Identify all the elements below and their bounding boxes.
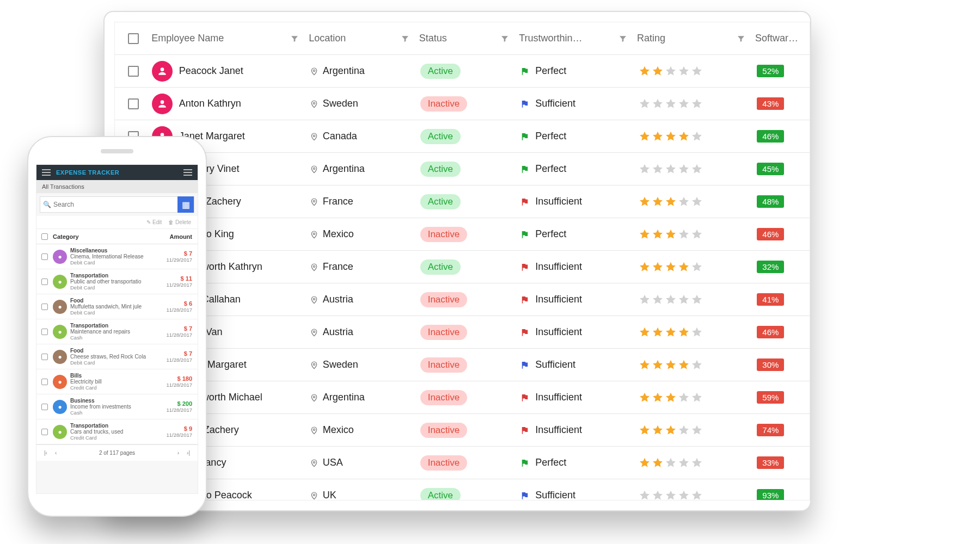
filter-icon[interactable]	[500, 34, 509, 43]
flag-icon	[520, 491, 530, 500]
date: 11/28/2017	[155, 307, 192, 313]
row-checkbox[interactable]	[128, 66, 139, 77]
row-checkbox[interactable]	[41, 304, 48, 310]
filter-icon[interactable]	[618, 34, 627, 43]
row-checkbox[interactable]	[41, 329, 48, 335]
row-checkbox[interactable]	[41, 429, 48, 435]
table-row[interactable]: Zachery VinetArgentinaActivePerfect45%	[115, 153, 810, 186]
star-icon	[652, 294, 664, 306]
select-all-checkbox[interactable]	[128, 33, 139, 44]
status-badge: Inactive	[420, 455, 468, 471]
rating-stars[interactable]	[639, 131, 757, 143]
trust-label: Sufficient	[535, 359, 575, 370]
row-checkbox[interactable]	[41, 379, 48, 385]
filter-icon[interactable]	[737, 34, 745, 43]
col-header-name[interactable]: Employee Name	[151, 33, 224, 44]
table-row[interactable]: Peacock JanetArgentinaActivePerfect52%	[115, 55, 810, 88]
row-checkbox[interactable]	[41, 404, 48, 410]
rating-stars[interactable]	[639, 196, 757, 208]
rating-stars[interactable]	[639, 424, 757, 436]
search-input[interactable]	[53, 201, 177, 208]
pager-next[interactable]: ›	[177, 450, 179, 456]
trust-label: Insufficient	[535, 424, 582, 436]
amount: $ 7	[155, 350, 192, 357]
percent-badge: 48%	[757, 195, 784, 208]
list-item[interactable]: ●FoodCheese straws, Red Rock ColaDebit C…	[36, 344, 198, 369]
date: 11/29/2017	[155, 257, 192, 263]
list-item[interactable]: ●TransportationMaintenance and repairsCa…	[36, 319, 198, 344]
row-checkbox[interactable]	[41, 254, 48, 260]
pager-prev[interactable]: ‹	[55, 450, 57, 456]
list-item[interactable]: ●FoodMuffuletta sandwich, Mint juleDebit…	[36, 294, 198, 319]
table-row[interactable]: Dodsworth MichaelArgentinaInactiveInsuff…	[115, 381, 810, 414]
list-item[interactable]: ●MiscellaneousCinema, International Rele…	[36, 244, 198, 269]
rating-stars[interactable]	[639, 228, 757, 240]
row-checkbox[interactable]	[41, 279, 48, 285]
table-row[interactable]: Fleet ZacheryMexicoInactiveInsufficient7…	[115, 414, 810, 447]
settings-icon[interactable]	[183, 169, 192, 176]
status-badge: Inactive	[420, 423, 468, 438]
pager-last[interactable]: ›|	[187, 450, 190, 456]
row-checkbox[interactable]	[41, 354, 48, 360]
delete-button[interactable]: 🗑 Delete	[168, 219, 191, 225]
pager-first[interactable]: |‹	[44, 450, 47, 456]
list-item[interactable]: ●TransportationCars and trucks, usedCred…	[36, 419, 198, 444]
filter-icon[interactable]	[401, 34, 409, 43]
phone-select-all[interactable]	[41, 233, 48, 240]
star-icon	[652, 228, 664, 240]
menu-icon[interactable]	[42, 169, 51, 176]
star-icon	[652, 359, 664, 371]
col-header-status[interactable]: Status	[419, 33, 447, 44]
table-row[interactable]: Van NancyUSAInactivePerfect33%	[115, 447, 810, 479]
flag-icon	[520, 197, 530, 207]
rating-stars[interactable]	[639, 98, 757, 110]
percent-badge: 33%	[757, 456, 784, 469]
star-icon	[652, 457, 664, 469]
table-row[interactable]: Anton KathrynSwedenInactiveSufficient43%	[115, 88, 810, 120]
phone-col-amount[interactable]: Amount	[155, 233, 198, 240]
phone-col-category[interactable]: Category	[53, 233, 155, 240]
flag-icon	[520, 230, 530, 239]
edit-button[interactable]: ✎ Edit	[146, 219, 162, 225]
pin-icon	[310, 100, 318, 108]
table-row[interactable]: Bergs MargaretSwedenInactiveSufficient30…	[115, 349, 810, 381]
table-row[interactable]: Davolio KingMexicoInactivePerfect46%	[115, 218, 810, 251]
flag-icon	[520, 360, 530, 370]
rating-stars[interactable]	[639, 294, 757, 306]
table-row[interactable]: Dodsworth KathrynFranceActiveInsufficien…	[115, 251, 810, 283]
table-row[interactable]: Davolio PeacockUKActiveSufficient93%	[115, 479, 810, 500]
rating-stars[interactable]	[639, 457, 757, 469]
rating-stars[interactable]	[639, 65, 757, 77]
star-icon	[652, 326, 664, 338]
amount: $ 11	[155, 275, 192, 282]
pin-icon	[310, 491, 318, 500]
col-header-rating[interactable]: Rating	[637, 33, 665, 44]
table-row[interactable]: Janet MargaretCanadaActivePerfect46%	[115, 120, 810, 153]
row-checkbox[interactable]	[128, 98, 139, 109]
star-icon	[678, 163, 690, 175]
flag-icon	[520, 132, 530, 141]
filter-icon[interactable]	[290, 34, 299, 43]
rating-stars[interactable]	[639, 326, 757, 338]
category-label: Transportation	[70, 273, 155, 279]
rating-stars[interactable]	[639, 163, 757, 175]
star-icon	[652, 65, 664, 77]
table-row[interactable]: Janet VanAustriaInactiveInsufficient46%	[115, 316, 810, 349]
col-header-software[interactable]: Software P	[755, 33, 800, 44]
table-row[interactable]: Jack CallahanAustriaInactiveInsufficient…	[115, 283, 810, 316]
trust-label: Insufficient	[535, 326, 582, 338]
trust-label: Insufficient	[535, 392, 582, 403]
rating-stars[interactable]	[639, 490, 757, 501]
status-badge: Inactive	[420, 325, 468, 340]
table-row[interactable]: Janet ZacheryFranceActiveInsufficient48%	[115, 186, 810, 218]
list-item[interactable]: ●BusinessIncome from investmentsCash$ 20…	[36, 394, 198, 419]
rating-stars[interactable]	[639, 359, 757, 371]
col-header-location[interactable]: Location	[309, 33, 346, 44]
rating-stars[interactable]	[639, 392, 757, 404]
list-item[interactable]: ●BillsElectricity billCredit Card$ 18011…	[36, 369, 198, 394]
rating-stars[interactable]	[639, 261, 757, 273]
col-header-trust[interactable]: Trustworthin…	[519, 33, 582, 44]
category-label: Transportation	[70, 423, 155, 429]
search-button[interactable]: ▦	[177, 196, 194, 213]
list-item[interactable]: ●TransportationPublic and other transpor…	[36, 269, 198, 294]
